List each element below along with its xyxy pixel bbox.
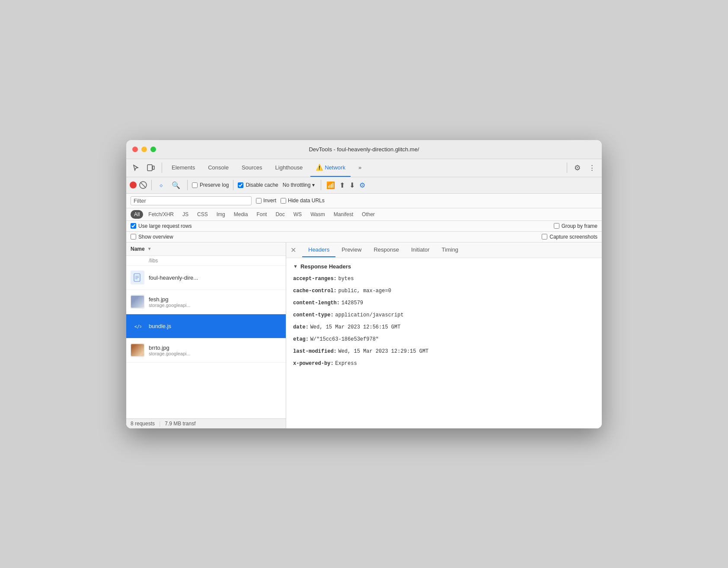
collapse-arrow-icon[interactable]: ▼ bbox=[293, 264, 298, 269]
wifi-icon[interactable]: 📶 bbox=[326, 180, 336, 190]
filter-input[interactable] bbox=[146, 198, 233, 204]
invert-checkbox[interactable]: Invert bbox=[256, 198, 276, 204]
tab-timing[interactable]: Timing bbox=[436, 243, 465, 257]
close-button[interactable] bbox=[132, 147, 138, 152]
use-large-rows-checkbox[interactable]: Use large request rows bbox=[131, 223, 192, 229]
invert-input[interactable] bbox=[256, 198, 262, 204]
filter-all[interactable]: All bbox=[131, 210, 143, 219]
download-icon[interactable]: ⬇ bbox=[348, 180, 356, 190]
file-name: fesh.jpg bbox=[149, 296, 281, 303]
img-file-icon bbox=[131, 295, 144, 309]
settings-gear-icon[interactable]: ⚙ bbox=[572, 162, 583, 174]
preserve-log-checkbox[interactable]: Preserve log bbox=[192, 182, 229, 188]
maximize-button[interactable] bbox=[150, 147, 156, 152]
header-row: content-type: application/javascript bbox=[293, 310, 595, 319]
main-content: Name ▼ /libs bbox=[126, 243, 602, 428]
file-list: /libs foul-heavenly-dire... bbox=[126, 256, 286, 418]
filter-ws[interactable]: WS bbox=[290, 210, 305, 219]
type-filter-row: All Fetch/XHR JS CSS Img Media Font Doc … bbox=[126, 208, 602, 221]
header-row: date: Wed, 15 Mar 2023 12:56:15 GMT bbox=[293, 322, 595, 331]
tab-network[interactable]: ⚠️ Network bbox=[310, 159, 351, 177]
window-title: DevTools - foul-heavenly-direction.glitc… bbox=[309, 146, 419, 153]
disable-cache-checkbox[interactable]: Disable cache bbox=[238, 182, 278, 188]
file-info: bundle.js bbox=[149, 323, 281, 329]
tab-response[interactable]: Response bbox=[367, 243, 405, 257]
tab-preview[interactable]: Preview bbox=[335, 243, 367, 257]
toolbar-divider-4 bbox=[187, 180, 188, 190]
filter-js[interactable]: JS bbox=[179, 210, 192, 219]
device-toggle-icon[interactable] bbox=[144, 163, 157, 173]
hide-data-urls-checkbox[interactable]: Hide data URLs bbox=[281, 198, 325, 204]
network-settings-icon[interactable]: ⚙ bbox=[358, 180, 366, 190]
file-info: fesh.jpg storage.googleapi... bbox=[149, 296, 281, 308]
filter-icon[interactable]: ⬦ bbox=[156, 180, 166, 190]
filter-other[interactable]: Other bbox=[358, 210, 378, 219]
file-sub: storage.googleapi... bbox=[149, 351, 281, 356]
tab-elements[interactable]: Elements bbox=[166, 159, 200, 177]
minimize-button[interactable] bbox=[141, 147, 147, 152]
list-item[interactable]: brrto.jpg storage.googleapi... bbox=[126, 338, 286, 363]
show-overview-input[interactable] bbox=[131, 234, 136, 239]
header-val: Wed, 15 Mar 2023 12:29:15 GMT bbox=[338, 348, 428, 354]
filter-fetch-xhr[interactable]: Fetch/XHR bbox=[145, 210, 177, 219]
clear-icon[interactable] bbox=[139, 181, 147, 189]
header-row: content-length: 1428579 bbox=[293, 298, 595, 307]
use-large-rows-input[interactable] bbox=[131, 223, 136, 229]
record-button[interactable] bbox=[130, 182, 137, 188]
preserve-log-input[interactable] bbox=[192, 182, 198, 188]
left-panel: Name ▼ /libs bbox=[126, 243, 286, 428]
show-overview-checkbox[interactable]: Show overview bbox=[131, 234, 173, 240]
filter-doc[interactable]: Doc bbox=[272, 210, 288, 219]
close-panel-icon[interactable]: ✕ bbox=[291, 243, 300, 258]
toolbar-divider-2 bbox=[567, 163, 567, 173]
list-item[interactable]: foul-heavenly-dire... bbox=[126, 266, 286, 290]
header-val: application/javascript bbox=[335, 312, 403, 318]
list-item[interactable]: </> bundle.js bbox=[126, 314, 286, 338]
doc-file-icon bbox=[131, 271, 144, 284]
filter-media[interactable]: Media bbox=[230, 210, 252, 219]
name-column-header[interactable]: Name ▼ bbox=[126, 243, 286, 256]
tab-console[interactable]: Console bbox=[203, 159, 234, 177]
transfer-size: 7.9 MB transf bbox=[165, 421, 195, 427]
filter-img[interactable]: Img bbox=[213, 210, 229, 219]
toolbar-divider-1 bbox=[162, 163, 162, 173]
options-row-2: Show overview Capture screenshots bbox=[126, 232, 602, 243]
filter-label: Filter bbox=[134, 198, 146, 204]
capture-screenshots-input[interactable] bbox=[542, 234, 547, 239]
tab-lighthouse[interactable]: Lighthouse bbox=[270, 159, 308, 177]
header-row: etag: W/"15cc63-186e53ef978" bbox=[293, 335, 595, 343]
filter-wasm[interactable]: Wasm bbox=[307, 210, 329, 219]
warning-icon: ⚠️ bbox=[316, 164, 323, 171]
tab-initiator[interactable]: Initiator bbox=[405, 243, 436, 257]
group-by-frame-input[interactable] bbox=[554, 223, 559, 229]
hide-data-urls-input[interactable] bbox=[281, 198, 286, 204]
cursor-icon[interactable] bbox=[130, 163, 142, 173]
toolbar-divider-6 bbox=[321, 180, 321, 190]
list-item[interactable]: fesh.jpg storage.googleapi... bbox=[126, 290, 286, 314]
disable-cache-input[interactable] bbox=[238, 182, 243, 188]
header-row: cache-control: public, max-age=0 bbox=[293, 286, 595, 295]
right-panel: ✕ Headers Preview Response Initiator Tim… bbox=[286, 243, 602, 428]
header-row: x-powered-by: Express bbox=[293, 359, 595, 367]
file-info: brrto.jpg storage.googleapi... bbox=[149, 345, 281, 356]
more-options-icon[interactable]: ⋮ bbox=[586, 162, 598, 174]
header-val: W/"15cc63-186e53ef978" bbox=[310, 336, 379, 342]
header-key: date: bbox=[293, 324, 309, 330]
throttle-select[interactable]: No throttling ▾ bbox=[281, 181, 316, 189]
img-file-icon bbox=[131, 343, 144, 357]
tab-sources[interactable]: Sources bbox=[236, 159, 268, 177]
upload-icon[interactable]: ⬆ bbox=[338, 180, 346, 190]
filter-font[interactable]: Font bbox=[253, 210, 270, 219]
file-name: bundle.js bbox=[149, 323, 281, 329]
header-row: accept-ranges: bytes bbox=[293, 274, 595, 283]
libs-partial: /libs bbox=[126, 256, 286, 266]
capture-screenshots-checkbox[interactable]: Capture screenshots bbox=[542, 234, 597, 240]
filter-input-wrapper: Filter bbox=[131, 196, 252, 205]
filter-css[interactable]: CSS bbox=[194, 210, 211, 219]
filter-manifest[interactable]: Manifest bbox=[330, 210, 357, 219]
group-by-frame-checkbox[interactable]: Group by frame bbox=[554, 223, 597, 229]
status-bar: 8 requests | 7.9 MB transf bbox=[126, 418, 286, 428]
tab-more[interactable]: » bbox=[353, 159, 367, 177]
tab-headers[interactable]: Headers bbox=[302, 243, 335, 257]
search-icon[interactable]: 🔍 bbox=[169, 180, 183, 190]
